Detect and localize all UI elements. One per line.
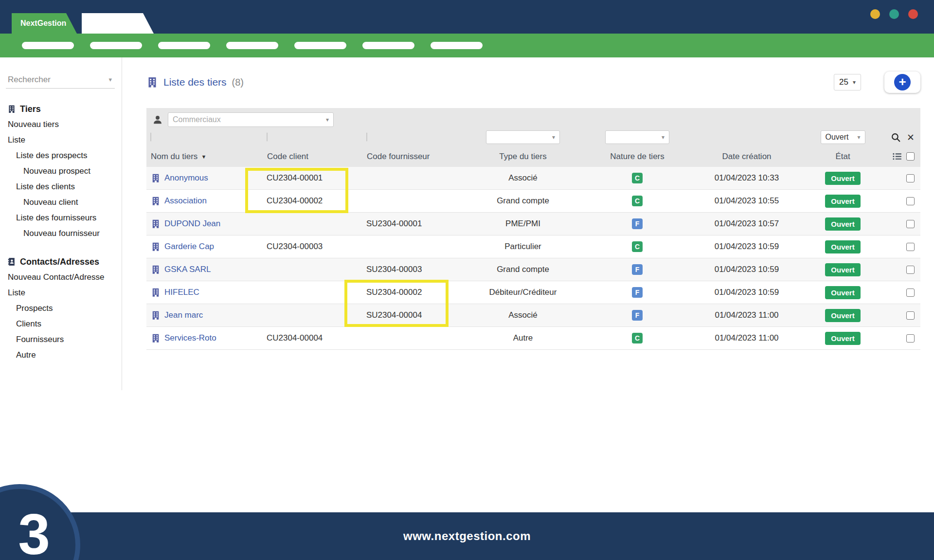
search-icon[interactable] <box>891 132 901 143</box>
date-cell: 01/04/2023 11:00 <box>691 310 803 320</box>
column-header-date[interactable]: Date création <box>691 152 803 162</box>
tier-name-link[interactable]: Anonymous <box>164 173 208 183</box>
clear-filters-icon[interactable]: ✕ <box>907 133 915 142</box>
brand-label: NextGestion <box>20 19 66 28</box>
minimize-button[interactable] <box>870 9 880 19</box>
nav-item-placeholder[interactable] <box>22 42 74 49</box>
sidebar-item[interactable]: Autre <box>0 347 122 363</box>
table-row[interactable]: DUPOND Jean SU2304-00001 PME/PMI F 01/04… <box>146 213 920 235</box>
sidebar-item[interactable]: Liste des clients <box>0 179 122 195</box>
nav-item-placeholder[interactable] <box>294 42 346 49</box>
sidebar-item[interactable]: Prospects <box>0 301 122 316</box>
row-select-cell <box>883 220 920 228</box>
sidebar-item[interactable]: Liste des prospects <box>0 148 122 163</box>
tier-name-link[interactable]: HIFELEC <box>164 288 199 297</box>
filter-code-client-input[interactable] <box>267 132 268 142</box>
tier-name-cell: GSKA SARL <box>146 265 263 274</box>
tier-name-cell: Jean marc <box>146 310 263 320</box>
type-cell: Associé <box>462 310 584 320</box>
brand-tab[interactable]: NextGestion <box>12 13 77 34</box>
page-title: Liste des tiers <box>163 76 227 88</box>
tier-name-cell: Services-Roto <box>146 333 263 343</box>
column-header-nom[interactable]: Nom du tiers▼ <box>146 152 263 162</box>
column-header-nature[interactable]: Nature de tiers <box>584 152 691 162</box>
page-size-select[interactable]: 25 ▾ <box>834 74 861 90</box>
sidebar-item[interactable]: Nouveau client <box>0 195 122 210</box>
tier-name-link[interactable]: Garderie Cap <box>164 242 214 252</box>
row-select-cell <box>883 243 920 251</box>
list-header: Liste des tiers (8) 25 ▾ + <box>146 71 920 94</box>
row-checkbox[interactable] <box>906 266 915 274</box>
table-row[interactable]: HIFELEC SU2304-00002 Débiteur/Créditeur … <box>146 281 920 304</box>
row-checkbox[interactable] <box>906 311 915 320</box>
nature-badge: F <box>632 287 643 298</box>
table-row[interactable]: Anonymous CU2304-00001 Associé C 01/04/2… <box>146 167 920 190</box>
filter-etat-select[interactable]: Ouvert ▾ <box>821 130 865 144</box>
table-row[interactable]: Garderie Cap CU2304-00003 Particulier C … <box>146 235 920 258</box>
building-icon <box>151 173 161 183</box>
sidebar-item[interactable]: Nouveau tiers <box>0 117 122 132</box>
nav-item-placeholder[interactable] <box>90 42 142 49</box>
column-header-code-client[interactable]: Code client <box>263 152 362 162</box>
table-row[interactable]: GSKA SARL SU2304-00003 Grand compte F 01… <box>146 258 920 281</box>
nature-cell: F <box>584 287 691 298</box>
footer-banner: www.nextgestion.com <box>0 512 934 560</box>
sidebar-item[interactable]: Clients <box>0 316 122 332</box>
sidebar-item[interactable]: Liste <box>0 285 122 301</box>
list-view-icon[interactable] <box>893 153 902 160</box>
select-all-checkbox[interactable] <box>906 152 915 161</box>
nav-item-placeholder[interactable] <box>431 42 483 49</box>
row-checkbox[interactable] <box>906 220 915 228</box>
sidebar-item[interactable]: Liste des fournisseurs <box>0 210 122 226</box>
row-checkbox[interactable] <box>906 334 915 343</box>
status-badge: Ouvert <box>825 332 860 345</box>
nav-item-placeholder[interactable] <box>362 42 414 49</box>
building-icon <box>151 242 161 252</box>
nav-item-placeholder[interactable] <box>226 42 278 49</box>
add-tier-button[interactable]: + <box>884 72 920 93</box>
secondary-tab[interactable] <box>82 13 154 34</box>
commercial-filter-select[interactable]: Commerciaux ▾ <box>168 112 334 127</box>
type-cell: Particulier <box>462 242 584 252</box>
chevron-down-icon: ▾ <box>857 134 860 141</box>
type-cell: Débiteur/Créditeur <box>462 288 584 297</box>
nav-item-placeholder[interactable] <box>158 42 210 49</box>
column-header-type[interactable]: Type du tiers <box>462 152 584 162</box>
close-button[interactable] <box>908 9 918 19</box>
tier-name-link[interactable]: Association <box>164 196 207 206</box>
filter-type-select[interactable]: ▾ <box>486 130 560 144</box>
date-cell: 01/04/2023 10:33 <box>691 173 803 183</box>
status-badge: Ouvert <box>825 172 860 185</box>
filter-code-fournisseur-input[interactable] <box>366 132 367 142</box>
row-checkbox[interactable] <box>906 197 915 205</box>
row-select-cell <box>883 266 920 274</box>
table-row[interactable]: Jean marc SU2304-00004 Associé F 01/04/2… <box>146 304 920 327</box>
sidebar-item[interactable]: Liste <box>0 132 122 148</box>
sidebar-item[interactable]: Nouveau Contact/Adresse <box>0 270 122 285</box>
filter-name-input[interactable] <box>150 132 151 142</box>
row-checkbox[interactable] <box>906 243 915 251</box>
maximize-button[interactable] <box>889 9 899 19</box>
sidebar-item[interactable]: Nouveau fournisseur <box>0 226 122 241</box>
row-checkbox[interactable] <box>906 174 915 182</box>
sidebar-item[interactable]: Nouveau prospect <box>0 163 122 179</box>
table-row[interactable]: Services-Roto CU2304-00004 Autre C 01/04… <box>146 327 920 350</box>
table-row[interactable]: Association CU2304-00002 Grand compte C … <box>146 190 920 213</box>
building-icon <box>151 333 161 343</box>
tier-name-link[interactable]: GSKA SARL <box>164 265 211 274</box>
sort-desc-icon: ▼ <box>201 154 206 160</box>
sidebar-search-input[interactable]: Rechercher ▾ <box>6 71 115 89</box>
tier-name-link[interactable]: Jean marc <box>164 310 203 320</box>
chevron-down-icon: ▾ <box>326 116 329 123</box>
tier-name-link[interactable]: Services-Roto <box>164 333 216 343</box>
code-fournisseur-cell: SU2304-00001 <box>362 219 462 229</box>
column-header-code-fournisseur[interactable]: Code fournisseur <box>362 152 462 162</box>
tier-name-link[interactable]: DUPOND Jean <box>164 219 220 229</box>
sidebar-item[interactable]: Fournisseurs <box>0 332 122 347</box>
building-icon <box>151 310 161 320</box>
tier-name-cell: Anonymous <box>146 173 263 183</box>
filter-nature-select[interactable]: ▾ <box>605 130 669 144</box>
building-icon <box>7 105 16 113</box>
column-header-etat[interactable]: État <box>803 152 883 162</box>
row-checkbox[interactable] <box>906 289 915 297</box>
